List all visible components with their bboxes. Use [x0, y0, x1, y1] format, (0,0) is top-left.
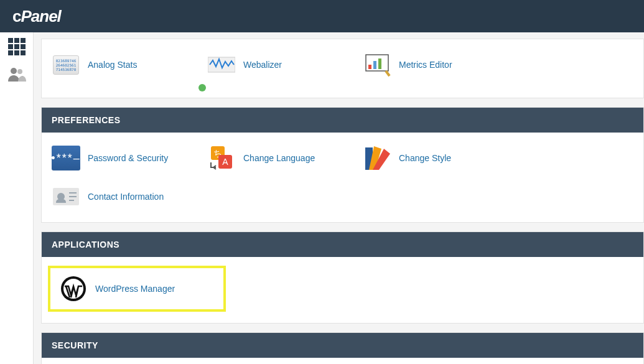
svg-point-1	[17, 69, 22, 74]
apps-grid-icon[interactable]	[7, 39, 26, 55]
password-security-link[interactable]: •***– Password & Security	[52, 139, 207, 177]
svg-text:A: A	[222, 157, 228, 167]
preferences-panel: PREFERENCES •***– Password & Security ちA…	[41, 107, 644, 223]
style-icon	[363, 144, 391, 172]
change-style-link[interactable]: Change Style	[363, 139, 518, 177]
item-label: Password & Security	[88, 153, 168, 163]
metrics-editor-link[interactable]: Metrics Editor	[363, 45, 518, 84]
highlighted-item: WordPress Manager	[48, 266, 226, 312]
svg-line-7	[386, 71, 390, 76]
analog-stats-icon: 023689746264602561714536870	[52, 50, 80, 79]
contact-icon	[52, 182, 80, 211]
webalizer-link[interactable]: Webalizer	[207, 45, 363, 84]
applications-panel: APPLICATIONS WordPress Manager	[41, 231, 644, 324]
contact-info-link[interactable]: Contact Information	[52, 177, 207, 216]
users-icon[interactable]	[7, 66, 26, 82]
item-label: Change Language	[243, 153, 315, 163]
password-icon: •***–	[52, 146, 80, 170]
change-language-link[interactable]: ちA Change Language	[207, 139, 363, 177]
analog-stats-link[interactable]: 023689746264602561714536870 Analog Stats	[52, 45, 207, 84]
item-label: Metrics Editor	[399, 60, 452, 70]
svg-rect-5	[373, 61, 376, 69]
wordpress-manager-link[interactable]: WordPress Manager	[59, 274, 215, 303]
svg-point-8	[198, 84, 206, 91]
security-panel: SECURITY >_SSH SSH Access IP IP Blocker	[41, 332, 644, 364]
main-content: 023689746264602561714536870 Analog Stats…	[34, 32, 644, 364]
item-label: Analog Stats	[88, 60, 137, 70]
item-label: Contact Information	[88, 192, 164, 202]
metrics-editor-icon	[363, 50, 391, 79]
svg-point-0	[11, 68, 17, 74]
section-header: PREFERENCES	[42, 108, 643, 133]
language-icon: ちA	[207, 144, 236, 172]
status-indicator-icon	[190, 84, 207, 91]
item-label: WordPress Manager	[95, 284, 175, 294]
metrics-section-partial: 023689746264602561714536870 Analog Stats…	[41, 39, 644, 98]
cpanel-logo	[12, 7, 61, 26]
webalizer-icon	[207, 50, 236, 79]
svg-rect-4	[368, 65, 371, 69]
wordpress-icon	[59, 274, 88, 303]
item-label: Change Style	[399, 153, 451, 163]
header	[0, 0, 644, 32]
item-label: Webalizer	[243, 60, 282, 70]
section-header: SECURITY	[42, 333, 643, 358]
sidebar	[0, 32, 34, 364]
svg-rect-6	[378, 58, 381, 69]
section-header: APPLICATIONS	[42, 232, 643, 257]
